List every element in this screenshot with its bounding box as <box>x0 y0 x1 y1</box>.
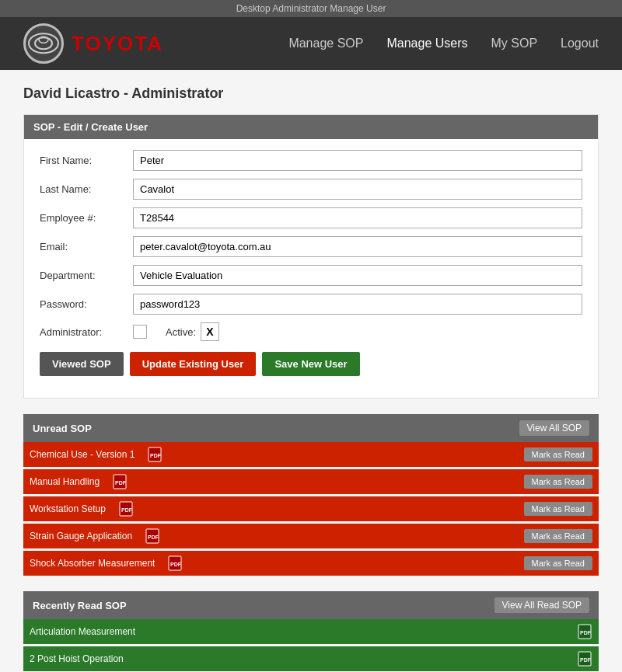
password-row: Password: <box>40 294 582 315</box>
viewed-sop-button[interactable]: Viewed SOP <box>40 352 124 376</box>
recently-read-sop-section: Recently Read SOP View All Read SOP Arti… <box>23 591 599 672</box>
svg-text:PDF: PDF <box>121 507 133 513</box>
email-label: Email: <box>40 241 133 252</box>
employee-input[interactable] <box>133 207 582 228</box>
pdf-icon[interactable]: PDF <box>147 446 162 463</box>
mark-as-read-button[interactable]: Mark as Read <box>524 529 592 543</box>
sop-item-left: Strain Gauge Application PDF <box>30 528 524 545</box>
svg-text:PDF: PDF <box>170 562 182 567</box>
nav-my-sop[interactable]: My SOP <box>491 37 538 50</box>
department-input[interactable] <box>133 265 582 286</box>
sop-item-left: Articulation Measurement <box>30 626 571 637</box>
edit-create-user-section: SOP - Edit / Create User First Name: Las… <box>23 114 599 399</box>
header: TOYOTA Manage SOP Manage Users My SOP Lo… <box>0 17 622 70</box>
toyota-logo-circle <box>23 23 64 64</box>
main-nav: Manage SOP Manage Users My SOP Logout <box>288 37 599 50</box>
department-label: Department: <box>40 270 133 281</box>
sop-item-left: Chemical Use - Version 1 PDF <box>30 446 524 463</box>
email-row: Email: <box>40 236 582 257</box>
unread-sop-item: Workstation Setup PDF Mark as Read <box>23 496 599 521</box>
form-section-header: SOP - Edit / Create User <box>24 115 598 139</box>
recently-read-sop-list: Articulation Measurement PDF 2 Post Hois… <box>23 619 599 672</box>
unread-sop-header: Unread SOP View All SOP <box>23 414 599 442</box>
main-content: David Licastro - Administrator SOP - Edi… <box>0 70 622 672</box>
mark-as-read-button[interactable]: Mark as Read <box>524 475 592 489</box>
pdf-icon[interactable]: PDF <box>577 623 592 640</box>
top-bar: Desktop Administrator Manage User <box>0 0 622 17</box>
svg-text:PDF: PDF <box>580 630 592 635</box>
svg-text:PDF: PDF <box>150 453 162 458</box>
save-new-user-button[interactable]: Save New User <box>262 352 359 376</box>
svg-text:PDF: PDF <box>148 534 159 540</box>
pdf-icon[interactable]: PDF <box>577 650 592 667</box>
nav-manage-sop[interactable]: Manage SOP <box>288 37 363 50</box>
form-body: First Name: Last Name: Employee #: Email… <box>24 139 598 398</box>
first-name-input[interactable] <box>133 150 582 171</box>
logo-area: TOYOTA <box>23 23 163 64</box>
nav-manage-users[interactable]: Manage Users <box>386 37 467 50</box>
top-bar-label: Desktop Administrator Manage User <box>236 3 386 14</box>
administrator-label: Administrator: <box>40 326 133 338</box>
administrator-checkbox[interactable] <box>133 325 147 339</box>
first-name-row: First Name: <box>40 150 582 171</box>
toyota-brand-text: TOYOTA <box>72 32 163 56</box>
last-name-input[interactable] <box>133 179 582 200</box>
svg-text:PDF: PDF <box>115 480 127 486</box>
pdf-icon[interactable]: PDF <box>145 528 160 545</box>
nav-logout[interactable]: Logout <box>561 37 599 50</box>
pdf-icon[interactable]: PDF <box>118 500 134 517</box>
mark-as-read-button[interactable]: Mark as Read <box>524 556 592 570</box>
view-all-sop-button[interactable]: View All SOP <box>519 420 589 436</box>
recently-read-sop-title: Recently Read SOP <box>33 600 127 611</box>
admin-active-row: Administrator: Active: X <box>40 322 582 341</box>
read-sop-item: 2 Post Hoist Operation PDF <box>23 646 599 671</box>
mark-as-read-button[interactable]: Mark as Read <box>524 502 592 516</box>
sop-item-left: 2 Post Hoist Operation <box>30 653 571 664</box>
unread-sop-section: Unread SOP View All SOP Chemical Use - V… <box>23 414 599 576</box>
view-all-read-sop-button[interactable]: View All Read SOP <box>494 597 590 613</box>
toyota-logo-svg <box>28 33 59 54</box>
unread-sop-item: Shock Absorber Measurement PDF Mark as R… <box>23 551 599 576</box>
password-label: Password: <box>40 298 133 310</box>
employee-row: Employee #: <box>40 207 582 228</box>
sop-item-label: Workstation Setup <box>30 503 106 514</box>
last-name-row: Last Name: <box>40 179 582 200</box>
unread-sop-title: Unread SOP <box>33 423 92 434</box>
sop-item-label: 2 Post Hoist Operation <box>30 653 124 664</box>
sop-item-left: Shock Absorber Measurement PDF <box>30 555 524 572</box>
form-buttons: Viewed SOP Update Existing User Save New… <box>40 352 582 387</box>
unread-sop-item: Chemical Use - Version 1 PDF Mark as Rea… <box>23 442 599 467</box>
sop-item-label: Strain Gauge Application <box>30 531 132 541</box>
sop-item-left: Workstation Setup PDF <box>30 500 524 517</box>
password-input[interactable] <box>133 294 582 315</box>
sop-item-label: Manual Handling <box>30 476 100 487</box>
sop-item-label: Articulation Measurement <box>30 626 135 637</box>
department-row: Department: <box>40 265 582 286</box>
unread-sop-list: Chemical Use - Version 1 PDF Mark as Rea… <box>23 442 599 576</box>
pdf-icon[interactable]: PDF <box>167 555 183 572</box>
svg-text:PDF: PDF <box>580 657 592 663</box>
sop-item-label: Chemical Use - Version 1 <box>30 449 135 460</box>
active-label: Active: <box>166 326 196 338</box>
mark-as-read-button[interactable]: Mark as Read <box>524 447 592 461</box>
sop-item-left: Manual Handling PDF <box>30 473 524 490</box>
active-x-box[interactable]: X <box>201 322 219 341</box>
last-name-label: Last Name: <box>40 183 133 195</box>
first-name-label: First Name: <box>40 155 133 166</box>
sop-item-label: Shock Absorber Measurement <box>30 558 155 569</box>
page-title: David Licastro - Administrator <box>23 85 599 102</box>
email-input[interactable] <box>133 236 582 257</box>
recently-read-sop-header: Recently Read SOP View All Read SOP <box>23 591 599 619</box>
read-sop-item: Articulation Measurement PDF <box>23 619 599 644</box>
employee-label: Employee #: <box>40 212 133 224</box>
pdf-icon[interactable]: PDF <box>112 473 128 490</box>
update-existing-button[interactable]: Update Existing User <box>130 352 257 376</box>
unread-sop-item: Manual Handling PDF Mark as Read <box>23 469 599 494</box>
unread-sop-item: Strain Gauge Application PDF Mark as Rea… <box>23 524 599 548</box>
